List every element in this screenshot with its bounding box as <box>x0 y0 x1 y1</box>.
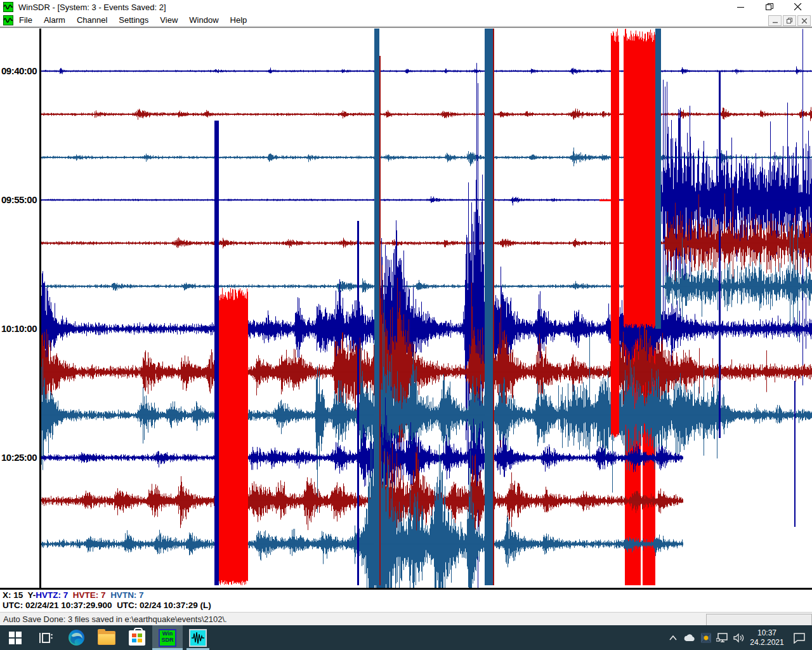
edge-icon <box>68 629 85 646</box>
minimize-button[interactable] <box>726 0 755 14</box>
channel-hvtz-value: HVTZ: 7 <box>36 590 68 600</box>
cursor-x-value: X: 15 <box>3 590 23 600</box>
autosave-status-bar: Auto Save Done: 3 files saved in e:\eart… <box>0 612 812 625</box>
winsdr-app-icon <box>3 2 13 12</box>
taskbar-winsdr-button[interactable]: WinSDR <box>152 625 183 650</box>
close-button[interactable] <box>783 0 812 14</box>
taskbar: WinSDR <box>0 625 812 650</box>
utc-status-line: UTC: 02/24/21 10:37:29.900 UTC: 02/24 10… <box>3 600 211 610</box>
tray-chevron-icon[interactable] <box>665 625 681 650</box>
menu-alarm[interactable]: Alarm <box>38 14 71 26</box>
taskbar-edge-button[interactable] <box>61 625 91 650</box>
time-label-0955: 09:55:00 <box>1 194 38 205</box>
utc-time-local: UTC: 02/24 10:37:29 (L) <box>117 600 211 610</box>
menu-channel[interactable]: Channel <box>71 14 113 26</box>
taskbar-wave-app-button[interactable] <box>183 625 213 650</box>
menu-window[interactable]: Window <box>183 14 224 26</box>
task-view-button[interactable] <box>30 625 61 650</box>
file-explorer-icon <box>98 631 115 645</box>
menu-file[interactable]: File <box>13 14 38 26</box>
task-view-icon <box>38 631 53 645</box>
clock-date: 24.2.2021 <box>747 638 787 647</box>
taskbar-store-button[interactable] <box>122 625 152 650</box>
onedrive-cloud-icon[interactable] <box>681 625 698 650</box>
winsdr-window: WinSDR - [System: 3 - Events Saved: 2] F… <box>0 0 812 650</box>
channel-hvtn-value: HVTN: 7 <box>110 590 144 600</box>
time-label-1025: 10:25:00 <box>1 452 38 463</box>
time-label-margin: 09:40:00 09:55:00 10:10:00 10:25:00 <box>0 29 39 588</box>
channel-hvte-value: HVTE: 7 <box>73 590 106 600</box>
restore-button[interactable] <box>755 0 783 14</box>
menu-view[interactable]: View <box>154 14 183 26</box>
wave-app-icon <box>189 629 207 647</box>
menu-bar: File Alarm Channel Settings View Window … <box>0 14 812 26</box>
clock-time: 10:37 <box>747 628 787 638</box>
system-tray: 10:37 24.2.2021 <box>665 625 812 650</box>
autosave-message: Auto Save Done: 3 files saved in e:\eart… <box>3 614 227 624</box>
volume-icon[interactable] <box>731 625 747 650</box>
mdi-close-button[interactable] <box>797 15 811 26</box>
windows-logo-icon <box>8 631 22 645</box>
time-label-0940: 09:40:00 <box>1 65 38 76</box>
winsdr-taskbar-icon: WinSDR <box>159 629 176 647</box>
status-panel: X: 15 Y-HVTZ: 7 HVTE: 7 HVTN: 7 UTC: 02/… <box>0 590 812 612</box>
menu-help[interactable]: Help <box>225 14 253 26</box>
mdi-window-buttons <box>768 15 811 26</box>
time-sync-icon[interactable] <box>698 625 714 650</box>
utc-time-full: UTC: 02/24/21 10:37:29.900 <box>3 600 112 610</box>
title-bar: WinSDR - [System: 3 - Events Saved: 2] <box>0 0 812 14</box>
seismogram-plot[interactable] <box>41 29 812 588</box>
mdi-restore-button[interactable] <box>783 15 796 26</box>
time-label-1010: 10:10:00 <box>1 323 38 334</box>
mdi-minimize-button[interactable] <box>768 15 782 26</box>
action-center-button[interactable] <box>787 625 812 650</box>
network-icon[interactable] <box>714 625 731 650</box>
cursor-y-prefix: Y- <box>28 590 36 600</box>
menu-settings[interactable]: Settings <box>113 14 154 26</box>
taskbar-explorer-button[interactable] <box>91 625 122 650</box>
microsoft-store-icon <box>129 630 145 646</box>
mdi-child-icon[interactable] <box>3 15 13 25</box>
window-title: WinSDR - [System: 3 - Events Saved: 2] <box>18 3 166 12</box>
taskbar-clock[interactable]: 10:37 24.2.2021 <box>747 628 787 647</box>
status-bar-panel <box>706 614 812 626</box>
cursor-status-line: X: 15 Y-HVTZ: 7 HVTE: 7 HVTN: 7 <box>3 590 144 600</box>
start-button[interactable] <box>0 625 30 650</box>
